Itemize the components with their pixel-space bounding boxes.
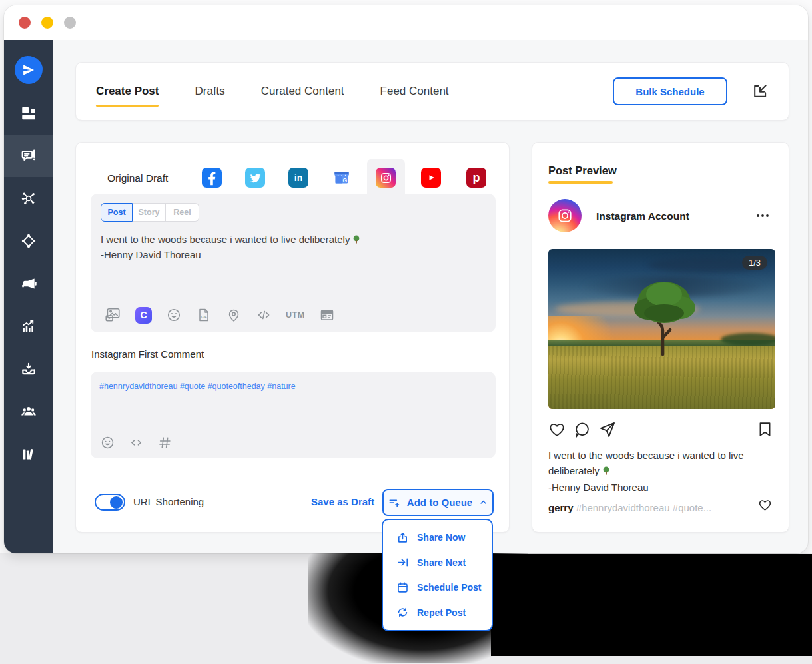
share-icon[interactable]	[599, 421, 616, 438]
analytics-chart-icon	[20, 318, 37, 335]
fullscreen-window-button[interactable]	[64, 17, 76, 29]
tab-curated-content[interactable]: Curated Content	[261, 82, 344, 101]
first-comment-area[interactable]: #hennrydavidthoreau #quote #quoteoftheda…	[91, 372, 496, 458]
network-youtube-icon[interactable]	[421, 168, 441, 188]
queue-icon	[388, 496, 401, 509]
post-type-post[interactable]: Post	[101, 203, 133, 222]
minimize-window-button[interactable]	[41, 17, 53, 29]
composer-toolbar: C GIF UTM	[104, 306, 335, 324]
account-name: Instagram Account	[596, 210, 689, 222]
network-instagram-icon[interactable]	[376, 168, 396, 188]
code-icon[interactable]	[256, 307, 272, 323]
emoji-icon[interactable]	[100, 435, 115, 450]
tree-emoji-icon	[352, 234, 361, 248]
share-next-icon	[396, 556, 409, 569]
sidebar-item-engage[interactable]	[4, 262, 53, 305]
add-to-queue-dropdown: Share Now Share Next Schedule Post Repet…	[382, 519, 493, 631]
gif-icon[interactable]: GIF	[196, 307, 212, 323]
original-draft-label: Original Draft	[107, 172, 168, 184]
people-icon	[20, 403, 37, 420]
books-icon	[20, 446, 37, 463]
shadow-artifact	[491, 554, 812, 656]
comment-row: gerry #hennrydavidthoreau #quote...	[548, 502, 748, 513]
close-window-button[interactable]	[19, 17, 31, 29]
megaphone-icon	[20, 275, 37, 292]
sidebar-item-network[interactable]	[4, 177, 53, 220]
canva-icon[interactable]: C	[135, 307, 152, 324]
composer-card: Original Draft in G p Post St	[75, 142, 510, 533]
sidebar-item-audience[interactable]	[4, 220, 53, 262]
menu-item-repeat-post[interactable]: Repet Post	[383, 601, 492, 624]
save-as-draft-link[interactable]: Save as Draft	[311, 496, 374, 507]
sidebar-item-dashboard[interactable]	[4, 92, 53, 135]
tab-create-post[interactable]: Create Post	[96, 82, 159, 101]
save-bookmark-icon[interactable]	[757, 421, 773, 440]
add-to-queue-button[interactable]: Add to Queue	[382, 489, 494, 516]
sidebar-item-team[interactable]	[4, 390, 53, 433]
utm-icon[interactable]: UTM	[286, 310, 305, 320]
post-preview-card: Post Preview Instagram Account	[532, 142, 789, 533]
more-options-icon[interactable]	[755, 208, 771, 226]
network-pinterest-icon[interactable]: p	[466, 168, 486, 188]
network-icon	[20, 190, 37, 207]
lone-tree	[623, 274, 707, 356]
post-text[interactable]: I went to the woods because i wanted to …	[101, 232, 474, 262]
post-text-area[interactable]: Post Story Reel I went to the woods beca…	[91, 194, 496, 332]
carousel-badge: 1/3	[742, 256, 767, 270]
emoji-icon[interactable]	[166, 307, 182, 323]
share-now-icon	[396, 531, 409, 544]
post-type-story[interactable]: Story	[133, 203, 166, 222]
post-image[interactable]: 1/3	[548, 249, 775, 409]
post-preview-title: Post Preview	[548, 165, 617, 177]
dashboard-icon	[20, 105, 37, 122]
compose-shortcut-icon[interactable]	[751, 83, 769, 100]
sidebar-item-inbox[interactable]	[4, 348, 53, 390]
instagram-camera-icon	[556, 207, 574, 224]
network-linkedin-icon[interactable]: in	[288, 168, 308, 188]
comment-author[interactable]: gerry	[548, 502, 574, 513]
article-card-icon[interactable]	[319, 307, 335, 323]
schedule-post-icon	[396, 581, 409, 594]
post-type-reel[interactable]: Reel	[166, 203, 199, 222]
code-icon[interactable]	[129, 435, 144, 450]
comment-like-icon[interactable]	[758, 498, 772, 515]
menu-item-share-now[interactable]: Share Now	[383, 526, 492, 549]
chevron-up-icon	[478, 498, 488, 507]
comment-icon[interactable]	[574, 421, 591, 438]
tree-emoji-icon	[602, 464, 611, 480]
sidebar-item-publish[interactable]	[4, 135, 53, 177]
url-shortening-label: URL Shortening	[133, 496, 204, 507]
media-icon[interactable]	[104, 306, 121, 324]
send-icon	[15, 56, 43, 84]
compose-chat-icon	[20, 147, 37, 165]
instagram-avatar	[548, 199, 582, 232]
network-facebook-icon[interactable]	[202, 168, 222, 188]
title-underline	[548, 181, 613, 184]
window-titlebar	[4, 5, 808, 40]
url-shortening-toggle[interactable]	[95, 494, 125, 511]
tab-feed-content[interactable]: Feed Content	[380, 82, 449, 101]
sidebar-item-library[interactable]	[4, 433, 53, 476]
sidebar-item-analytics[interactable]	[4, 305, 53, 348]
top-tab-bar: Create Post Drafts Curated Content Feed …	[75, 62, 789, 121]
app-window: Create Post Drafts Curated Content Feed …	[4, 5, 808, 553]
first-comment-label: Instagram First Comment	[91, 348, 204, 360]
menu-item-share-next[interactable]: Share Next	[383, 551, 492, 574]
post-actions	[548, 421, 616, 438]
comment-text: #hennrydavidthoreau #quote...	[576, 502, 712, 513]
network-twitter-icon[interactable]	[245, 168, 265, 188]
like-icon[interactable]	[548, 421, 566, 438]
menu-item-schedule-post[interactable]: Schedule Post	[383, 576, 492, 599]
bulk-schedule-button[interactable]: Bulk Schedule	[613, 77, 727, 105]
first-comment-toolbar	[100, 435, 173, 450]
tab-drafts[interactable]: Drafts	[195, 82, 224, 101]
location-icon[interactable]	[226, 307, 242, 323]
diamond-nodes-icon	[20, 232, 37, 250]
inbox-download-icon	[20, 360, 37, 378]
app-logo	[4, 48, 53, 92]
network-google-business-icon[interactable]: G	[332, 168, 352, 188]
svg-text:GIF: GIF	[201, 315, 207, 319]
first-comment-text[interactable]: #hennrydavidthoreau #quote #quoteoftheda…	[99, 382, 296, 391]
app-screenshot: Create Post Drafts Curated Content Feed …	[0, 0, 812, 664]
hashtag-icon[interactable]	[157, 435, 173, 450]
